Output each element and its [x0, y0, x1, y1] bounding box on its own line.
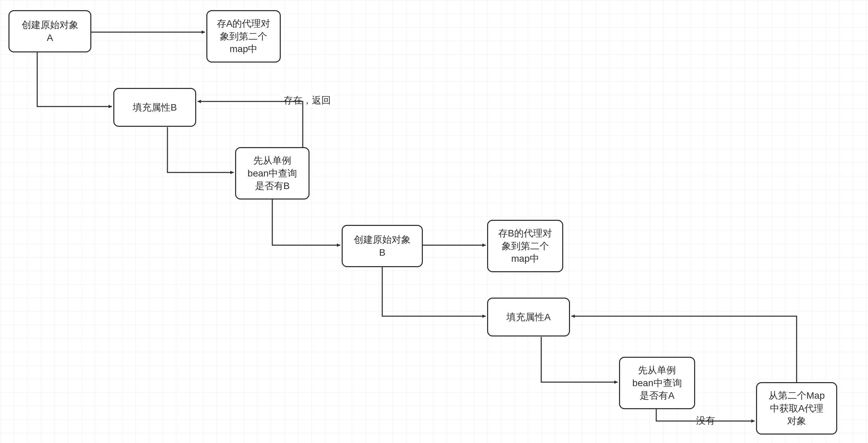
edge-n1-n3 — [37, 52, 112, 107]
edge-n8-n9 — [656, 409, 755, 421]
edge-n3-n4 — [167, 127, 234, 172]
edges-layer — [0, 0, 868, 443]
edge-n9-n7 — [571, 316, 797, 382]
flowchart-canvas: 创建原始对象 A 存A的代理对 象到第二个 map中 填充属性B 先从单例 be… — [0, 0, 868, 443]
edge-n7-n8 — [541, 337, 618, 382]
edge-n5-n7 — [382, 267, 486, 316]
edge-n4-n3 — [198, 101, 303, 147]
edge-n4-n5 — [272, 200, 340, 245]
